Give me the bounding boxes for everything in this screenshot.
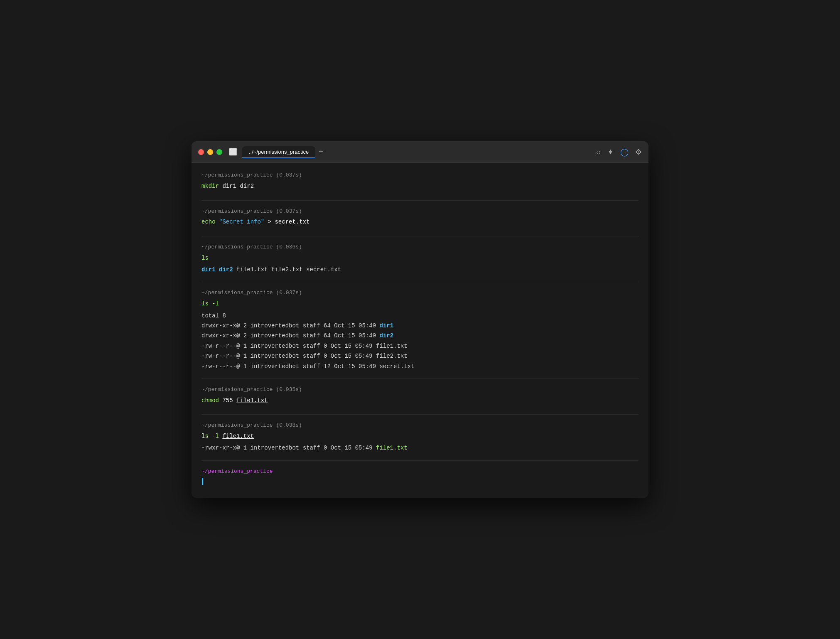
settings-icon[interactable]: ⚙ (635, 147, 642, 157)
minimize-button[interactable] (207, 149, 213, 155)
terminal-cursor (202, 478, 203, 485)
command-part: 755 (219, 397, 236, 404)
command-line: chmod 755 file1.txt (201, 396, 639, 405)
prompt-line: ~/permissions_practice (0.037s) (201, 171, 639, 180)
terminal-window: ⬜ ../~/permissions_practice + ⌕ ✦ ◯ ⚙ ~/… (192, 141, 648, 497)
magic-icon[interactable]: ✦ (607, 147, 614, 157)
search-icon[interactable]: ⌕ (596, 147, 601, 156)
tab-bar: ../~/permissions_practice + (242, 146, 591, 158)
prompt-line: ~/permissions_practice (0.037s) (201, 207, 639, 216)
command-line: ls -l file1.txt (201, 432, 639, 441)
output-line: -rwxr-xr-x@ 1 introvertedbot staff 0 Oct… (201, 443, 639, 452)
command-part: echo (201, 219, 216, 225)
command-block: ~/permissions_practice (0.037s)mkdir dir… (201, 171, 639, 200)
command-part: ls -l (201, 300, 219, 307)
command-block: ~/permissions_practice (0.037s)echo "Sec… (201, 207, 639, 236)
command-block: ~/permissions_practice (0.036s)lsdir1 di… (201, 243, 639, 283)
command-part: file1.txt (236, 397, 268, 404)
tab-active[interactable]: ../~/permissions_practice (242, 146, 315, 158)
prompt-line: ~/permissions_practice (0.035s) (201, 386, 639, 394)
output-line: total 8 (201, 311, 639, 320)
output-line: -rw-r--r--@ 1 introvertedbot staff 0 Oct… (201, 342, 639, 351)
command-part: ls (201, 255, 209, 261)
command-line: echo "Secret info" > secret.txt (201, 217, 639, 226)
command-line: ls -l (201, 299, 639, 308)
output-line: drwxr-xr-x@ 2 introvertedbot staff 64 Oc… (201, 321, 639, 330)
close-button[interactable] (198, 149, 204, 155)
output-line: drwxr-xr-x@ 2 introvertedbot staff 64 Oc… (201, 331, 639, 340)
output-line: -rw-r--r--@ 1 introvertedbot staff 0 Oct… (201, 351, 639, 361)
cursor-line[interactable] (201, 478, 639, 485)
output-line: -rw-r--r--@ 1 introvertedbot staff 12 Oc… (201, 362, 639, 371)
command-part: dir1 dir2 (219, 183, 254, 189)
notification-icon[interactable]: ◯ (620, 147, 629, 157)
command-line: ls (201, 253, 639, 263)
command-part: ls -l (201, 433, 222, 440)
maximize-button[interactable] (216, 149, 222, 155)
prompt-line: ~/permissions_practice (0.036s) (201, 243, 639, 252)
prompt-line: ~/permissions_practice (0.037s) (201, 289, 639, 297)
sidebar-icon[interactable]: ⬜ (229, 148, 237, 156)
command-line: mkdir dir1 dir2 (201, 182, 639, 191)
current-prompt-line: ~/permissions_practice (201, 467, 639, 476)
command-part (216, 219, 219, 225)
command-part: file1.txt (222, 433, 254, 440)
command-part: chmod (201, 397, 219, 404)
prompt-line: ~/permissions_practice (0.038s) (201, 421, 639, 430)
command-block: ~/permissions_practice (0.037s)ls -ltota… (201, 289, 639, 379)
add-tab-button[interactable]: + (319, 147, 323, 156)
command-part: mkdir (201, 183, 219, 189)
current-prompt-block: ~/permissions_practice (201, 467, 639, 485)
titlebar-actions: ⌕ ✦ ◯ ⚙ (596, 147, 642, 157)
titlebar: ⬜ ../~/permissions_practice + ⌕ ✦ ◯ ⚙ (192, 141, 648, 163)
traffic-lights (198, 149, 222, 155)
terminal-body[interactable]: ~/permissions_practice (0.037s)mkdir dir… (192, 163, 648, 497)
command-part: "Secret info" (219, 219, 264, 225)
command-block: ~/permissions_practice (0.038s)ls -l fil… (201, 421, 639, 461)
tab-label: ../~/permissions_practice (249, 149, 309, 155)
output-line: dir1 dir2 file1.txt file2.txt secret.txt (201, 265, 639, 274)
command-part: > secret.txt (264, 219, 309, 225)
command-block: ~/permissions_practice (0.035s)chmod 755… (201, 386, 639, 415)
